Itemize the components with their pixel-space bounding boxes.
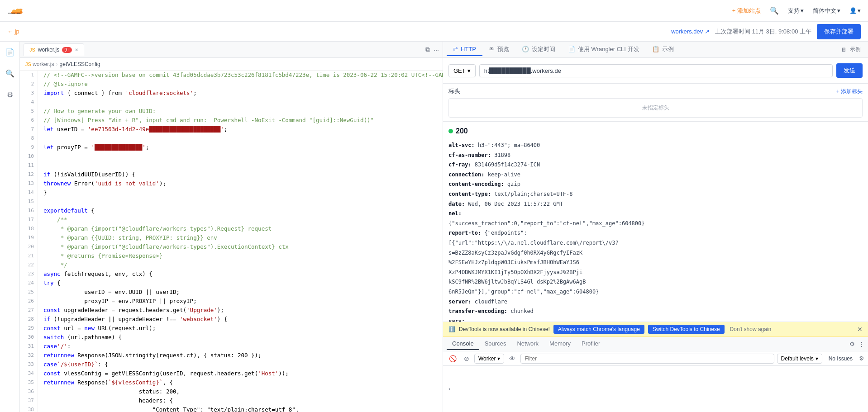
notification-close-icon[interactable]: ✕: [857, 326, 863, 333]
settings-icon[interactable]: ⚙: [4, 88, 16, 102]
code-line[interactable]: * @returns {Promise<Response>}: [43, 251, 443, 260]
method-select[interactable]: GET ▾: [448, 64, 476, 77]
add-header-btn[interactable]: + 添加标头: [836, 88, 863, 95]
header-name: transfer-encoding:: [448, 308, 507, 314]
user-menu[interactable]: 👤 ▾: [849, 7, 861, 14]
editor-split-icon[interactable]: ⧉: [425, 46, 430, 53]
workers-dev-link[interactable]: workers.dev ↗: [671, 28, 710, 35]
line-number: 35: [24, 378, 34, 387]
code-line[interactable]: export default {: [43, 206, 443, 215]
http-tab-http[interactable]: ⇄ HTTP: [447, 43, 482, 56]
search-icon[interactable]: 🔍: [770, 6, 779, 15]
eye-icon-btn[interactable]: 👁: [507, 354, 518, 364]
send-button[interactable]: 发送: [836, 63, 863, 78]
http-tab-icon: 🕐: [522, 46, 529, 52]
dont-show-again-link[interactable]: Don't show again: [730, 326, 772, 332]
code-line[interactable]: case `/${userID}`: {: [43, 360, 443, 369]
devtools-settings-icon[interactable]: ⚙: [849, 341, 855, 347]
response-header-row: %2FSEwYHJz7pldqpW0JCiuksPmsfJBHOhWEaYJS6: [448, 258, 863, 268]
code-line[interactable]: headers: {: [43, 396, 443, 405]
language-menu[interactable]: 简体中文 ▾: [813, 7, 840, 15]
devtools-tab-memory[interactable]: Memory: [544, 338, 576, 350]
support-menu[interactable]: 支持 ▾: [788, 7, 804, 15]
editor-tab-worker-js[interactable]: JS worker.js 9+ ✕: [24, 43, 84, 56]
code-line[interactable]: let proxyIP = '██████████████';: [43, 143, 443, 152]
breadcrumb-file[interactable]: JS worker.js: [25, 61, 54, 67]
code-line[interactable]: let userID = 'ee71563d-14d2-49e█████████…: [43, 125, 443, 134]
worker-selector[interactable]: Worker ▾: [474, 354, 504, 364]
header-name: vary:: [448, 318, 465, 322]
devtools-notification: ℹ️ DevTools is now available in Chinese!…: [443, 322, 868, 337]
code-line[interactable]: "Content-Type": "text/plain;charset=utf-…: [43, 405, 443, 412]
tab-close-icon[interactable]: ✕: [75, 47, 78, 52]
url-input[interactable]: [479, 64, 833, 77]
code-line[interactable]: const url = new URL(request.url);: [43, 324, 443, 333]
code-line[interactable]: }: [43, 188, 443, 197]
header-name: connection:: [448, 171, 484, 178]
code-line[interactable]: */: [43, 260, 443, 270]
match-language-button[interactable]: Always match Chrome's language: [553, 325, 644, 334]
code-line[interactable]: * @param {import("@cloudflare/workers-ty…: [43, 224, 443, 233]
code-editor[interactable]: 1234567891011121314151617181920212223242…: [20, 71, 443, 412]
editor-more-icon[interactable]: ···: [434, 46, 439, 53]
http-show-btn[interactable]: 🖥 示例: [841, 46, 864, 53]
http-tab-示例[interactable]: 📋 示例: [646, 43, 680, 57]
line-number: 34: [24, 369, 34, 378]
code-line[interactable]: /**: [43, 215, 443, 224]
code-line[interactable]: [43, 152, 443, 161]
http-tab-使用-wrangler-cli-开发[interactable]: 📄 使用 Wrangler CLI 开发: [562, 43, 646, 57]
code-line[interactable]: [43, 98, 443, 107]
code-line[interactable]: * @param {import("@cloudflare/workers-ty…: [43, 242, 443, 251]
code-line[interactable]: status: 200,: [43, 387, 443, 396]
code-line[interactable]: import { connect } from 'cloudflare:sock…: [43, 89, 443, 98]
code-line[interactable]: [43, 197, 443, 206]
code-line[interactable]: return new Response(`${vlessConfig}`, {: [43, 378, 443, 387]
code-line[interactable]: // @ts-ignore: [43, 80, 443, 89]
devtools-more-icon[interactable]: ⋮: [858, 341, 864, 347]
top-nav-right: + 添加站点 🔍 支持 ▾ 简体中文 ▾ 👤 ▾: [732, 6, 861, 15]
back-link[interactable]: ← jp: [7, 28, 19, 35]
code-line[interactable]: * @param {{UUID: string, PROXYIP: string…: [43, 233, 443, 242]
breadcrumb-function[interactable]: getVLESSConfig: [60, 61, 100, 67]
clear-console-button[interactable]: 🚫: [447, 354, 459, 364]
http-tab-预览[interactable]: 👁 预览: [482, 43, 515, 57]
header-value-cont: kSC9fNR%2BW6jltwJbBqYLS4Gl dsKp2%2BgAw6A…: [448, 279, 586, 285]
code-line[interactable]: // [Windows] Press "Win + R", input cmd …: [43, 116, 443, 125]
code-content[interactable]: // <!--GAMFC-->version base on commit 43…: [38, 71, 443, 412]
devtools-tab-sources[interactable]: Sources: [479, 338, 512, 350]
code-line[interactable]: throw new Error('uuid is not valid');: [43, 179, 443, 188]
code-line[interactable]: case '/':: [43, 342, 443, 351]
http-tab-设定时间[interactable]: 🕐 设定时间: [515, 43, 562, 57]
code-line[interactable]: async fetch(request, env, ctx) {: [43, 270, 443, 279]
code-line[interactable]: if (!upgradeHeader || upgradeHeader !== …: [43, 315, 443, 324]
line-number: 27: [24, 306, 34, 315]
code-line[interactable]: [43, 134, 443, 143]
code-line[interactable]: return new Response(JSON.stringify(reque…: [43, 351, 443, 360]
devtools-tab-network[interactable]: Network: [511, 338, 544, 350]
devtools-tab-profiler[interactable]: Profiler: [576, 338, 606, 350]
switch-to-chinese-button[interactable]: Switch DevTools to Chinese: [648, 325, 725, 334]
add-site-btn[interactable]: + 添加站点: [732, 7, 761, 15]
default-levels-select[interactable]: Default levels ▾: [777, 354, 822, 364]
code-line[interactable]: const upgradeHeader = request.headers.ge…: [43, 306, 443, 315]
header-value-cont: s=BzZZ8aKsyCz3zpaJvGdgf0h0RX4yGRgcfyIFaz…: [448, 250, 582, 256]
no-issues-indicator: No Issues: [825, 355, 856, 362]
devtools-tab-console[interactable]: Console: [447, 338, 479, 350]
code-line[interactable]: // <!--GAMFC-->version base on commit 43…: [43, 71, 443, 80]
code-line[interactable]: userID = env.UUID || userID;: [43, 288, 443, 297]
console-settings-icon[interactable]: ⚙: [859, 355, 864, 362]
code-line[interactable]: switch (url.pathname) {: [43, 333, 443, 342]
code-line[interactable]: if (!isValidUUID(userID)) {: [43, 170, 443, 179]
code-line[interactable]: // How to generate your own UUID:: [43, 107, 443, 116]
save-deploy-button[interactable]: 保存并部署: [817, 24, 861, 39]
filter-input[interactable]: [520, 354, 774, 364]
search-code-icon[interactable]: 🔍: [3, 66, 17, 81]
breadcrumb-separator: ›: [56, 61, 58, 67]
code-line[interactable]: const vlessConfig = getVLESSConfig(userI…: [43, 369, 443, 378]
filter-icon-btn[interactable]: ⊘: [462, 354, 472, 364]
files-icon[interactable]: 📄: [3, 45, 17, 59]
code-line[interactable]: try {: [43, 279, 443, 288]
code-line[interactable]: [43, 161, 443, 170]
code-line[interactable]: proxyIP = env.PROXYIP || proxyIP;: [43, 297, 443, 306]
expand-arrow[interactable]: ›: [448, 386, 450, 392]
